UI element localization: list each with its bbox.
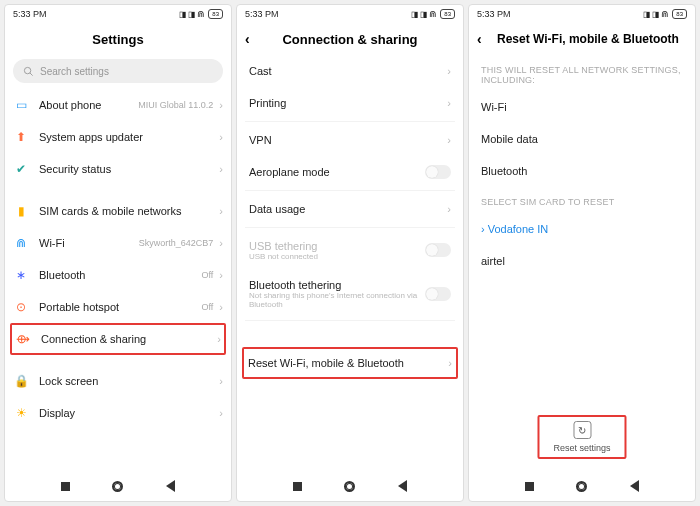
chevron-right-icon: › [447,203,451,215]
reset-item: Mobile data [477,123,687,155]
page-header: ‹ Reset Wi-Fi, mobile & Bluetooth [469,23,695,55]
status-time: 5:33 PM [245,9,279,19]
screen-settings: 5:33 PM ▯▮ ▯▮ ⋒ 83 Settings Search setti… [4,4,232,502]
connection-list: Cast› Printing› VPN› Aeroplane mode Data… [237,55,463,471]
row-reset-network[interactable]: Reset Wi-Fi, mobile & Bluetooth› [242,347,458,379]
toggle-switch [425,243,451,257]
lock-icon: 🔒 [13,373,29,389]
settings-row[interactable]: ⊙Portable hotspotOff› [13,291,223,323]
row-label: SIM cards & mobile networks [39,205,219,217]
reset-content: THIS WILL RESET ALL NETWORK SETTINGS, IN… [469,55,695,471]
row-bluetooth-tethering[interactable]: Bluetooth tetheringNot sharing this phon… [245,270,455,318]
page-title: Settings [5,23,231,55]
status-time: 5:33 PM [13,9,47,19]
android-navbar [237,471,463,501]
row-label: Display [39,407,219,419]
chevron-right-icon: › [219,407,223,419]
reset-settings-button[interactable]: ↻ Reset settings [537,415,626,459]
status-bar: 5:33 PM ▯▮▯▮⋒83 [237,5,463,23]
chevron-right-icon: › [219,237,223,249]
battery-icon: 83 [208,9,223,19]
row-aeroplane[interactable]: Aeroplane mode [245,156,455,188]
row-label: Lock screen [39,375,219,387]
display-icon: ☀ [13,405,29,421]
hotspot-icon: ⊙ [13,299,29,315]
battery-icon: 83 [672,9,687,19]
screen-connection-sharing: 5:33 PM ▯▮▯▮⋒83 ‹ Connection & sharing C… [236,4,464,502]
android-navbar [469,471,695,501]
row-subtext: Skyworth_642CB7 [139,238,214,248]
home-button[interactable] [574,478,590,494]
reset-item: Bluetooth [477,155,687,187]
screen-reset-network: 5:33 PM ▯▮▯▮⋒83 ‹ Reset Wi-Fi, mobile & … [468,4,696,502]
status-time: 5:33 PM [477,9,511,19]
back-button[interactable] [627,478,643,494]
battery-icon: 83 [440,9,455,19]
row-label: Security status [39,163,219,175]
settings-row[interactable]: 🔒Lock screen› [13,365,223,397]
sim-option[interactable]: airtel [477,245,687,277]
row-label: Portable hotspot [39,301,201,313]
bluetooth-icon: ∗ [13,267,29,283]
wifi-status-icon: ⋒ [197,9,205,19]
toggle-switch[interactable] [425,287,451,301]
chevron-right-icon: › [448,357,452,369]
chevron-right-icon: › [219,375,223,387]
row-cast[interactable]: Cast› [245,55,455,87]
settings-row[interactable]: ☀Display› [13,397,223,429]
home-button[interactable] [110,478,126,494]
signal-icon: ▯▮ [411,10,417,19]
settings-row[interactable]: ⬆System apps updater› [13,121,223,153]
row-printing[interactable]: Printing› [245,87,455,119]
row-subtext: MIUI Global 11.0.2 [138,100,213,110]
row-label: Bluetooth [39,269,201,281]
row-label: About phone [39,99,138,111]
settings-row[interactable]: ⋒Wi-FiSkyworth_642CB7› [13,227,223,259]
sim-icon: ▮ [13,203,29,219]
page-header: ‹ Connection & sharing [237,23,463,55]
svg-point-0 [24,67,30,73]
chevron-right-icon: › [447,65,451,77]
toggle-switch[interactable] [425,165,451,179]
share-icon: ⟴ [15,331,31,347]
svg-line-1 [30,72,33,75]
settings-row[interactable]: ∗BluetoothOff› [13,259,223,291]
reset-item: Wi-Fi [477,91,687,123]
chevron-right-icon: › [217,333,221,345]
row-label: System apps updater [39,131,219,143]
back-button[interactable] [163,478,179,494]
signal-icon: ▯▮ [420,10,426,19]
chevron-right-icon: › [219,99,223,111]
back-button[interactable] [395,478,411,494]
chevron-right-icon: › [219,205,223,217]
back-icon[interactable]: ‹ [477,31,482,47]
back-icon[interactable]: ‹ [245,31,250,47]
signal-icon: ▯▮ [188,10,194,19]
row-data-usage[interactable]: Data usage› [245,193,455,225]
search-icon [23,66,34,77]
chevron-right-icon: › [447,97,451,109]
sim-option[interactable]: Vodafone IN [477,213,687,245]
settings-row[interactable]: ✔Security status› [13,153,223,185]
phone-icon: ▭ [13,97,29,113]
status-bar: 5:33 PM ▯▮▯▮⋒83 [469,5,695,23]
chevron-right-icon: › [447,134,451,146]
recents-button[interactable] [521,478,537,494]
recents-button[interactable] [289,478,305,494]
row-label: Wi-Fi [39,237,139,249]
recents-button[interactable] [57,478,73,494]
section-header: SELECT SIM CARD TO RESET [477,187,687,213]
row-label: Connection & sharing [41,333,217,345]
chevron-right-icon: › [219,163,223,175]
home-button[interactable] [342,478,358,494]
wifi-status-icon: ⋒ [661,9,669,19]
settings-row[interactable]: ▭About phoneMIUI Global 11.0.2› [13,89,223,121]
signal-icon: ▯▮ [643,10,649,19]
settings-row[interactable]: ▮SIM cards & mobile networks› [13,195,223,227]
chevron-right-icon: › [219,301,223,313]
page-title: Connection & sharing [282,32,417,47]
row-vpn[interactable]: VPN› [245,124,455,156]
search-input[interactable]: Search settings [13,59,223,83]
chevron-right-icon: › [219,269,223,281]
settings-row[interactable]: ⟴Connection & sharing› [10,323,226,355]
